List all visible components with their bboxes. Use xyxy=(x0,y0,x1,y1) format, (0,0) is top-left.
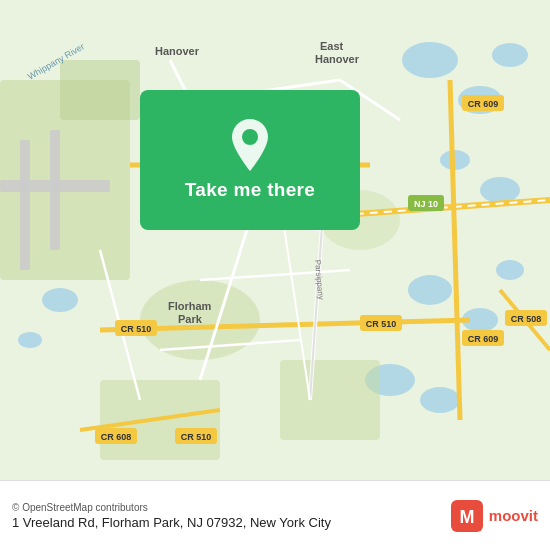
map-container: CR 632 NJ 10 CR 510 CR 510 CR 609 CR 609… xyxy=(0,0,550,480)
osm-credit: © OpenStreetMap contributors xyxy=(12,502,331,513)
svg-text:Florham: Florham xyxy=(168,300,212,312)
svg-text:Hanover: Hanover xyxy=(155,45,200,57)
svg-text:CR 608: CR 608 xyxy=(101,432,132,442)
svg-point-5 xyxy=(480,177,520,203)
svg-rect-14 xyxy=(60,60,140,120)
address-text: 1 Vreeland Rd, Florham Park, NJ 07932, N… xyxy=(12,515,331,530)
svg-rect-20 xyxy=(20,140,30,270)
svg-text:CR 510: CR 510 xyxy=(366,319,397,329)
location-pin-icon xyxy=(228,119,272,171)
svg-text:East: East xyxy=(320,40,344,52)
footer-left: © OpenStreetMap contributors 1 Vreeland … xyxy=(12,502,331,530)
take-me-there-label: Take me there xyxy=(185,179,315,201)
moovit-text: moovit xyxy=(489,507,538,524)
svg-point-8 xyxy=(496,260,524,280)
svg-rect-21 xyxy=(50,130,60,250)
svg-text:CR 609: CR 609 xyxy=(468,334,499,344)
svg-point-12 xyxy=(18,332,42,348)
svg-text:NJ 10: NJ 10 xyxy=(414,199,438,209)
svg-point-6 xyxy=(408,275,452,305)
svg-text:CR 510: CR 510 xyxy=(121,324,152,334)
svg-text:CR 508: CR 508 xyxy=(511,314,542,324)
svg-text:Hanover: Hanover xyxy=(315,53,360,65)
svg-text:CR 609: CR 609 xyxy=(468,99,499,109)
moovit-logo: M moovit xyxy=(451,500,538,532)
svg-point-3 xyxy=(492,43,528,67)
map-svg: CR 632 NJ 10 CR 510 CR 510 CR 609 CR 609… xyxy=(0,0,550,480)
svg-rect-16 xyxy=(280,360,380,440)
svg-text:Park: Park xyxy=(178,313,203,325)
svg-text:CR 510: CR 510 xyxy=(181,432,212,442)
svg-text:M: M xyxy=(459,507,474,527)
footer: © OpenStreetMap contributors 1 Vreeland … xyxy=(0,480,550,550)
svg-point-65 xyxy=(242,129,258,145)
take-me-there-button[interactable]: Take me there xyxy=(140,90,360,230)
svg-point-10 xyxy=(420,387,460,413)
svg-point-1 xyxy=(402,42,458,78)
moovit-icon: M xyxy=(451,500,483,532)
svg-point-11 xyxy=(42,288,78,312)
